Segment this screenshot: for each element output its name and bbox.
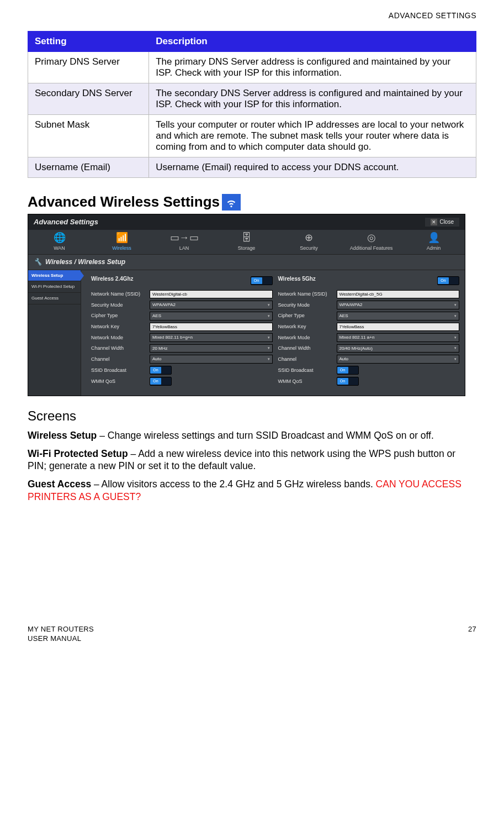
text-input[interactable]: WesternDigital-cb	[150, 290, 273, 299]
tab-label: WAN	[54, 245, 65, 251]
section-heading-text: Advanced Wireless Settings	[28, 193, 220, 211]
p1-rest: – Change wireless settings and turn SSID…	[97, 430, 434, 441]
toggle-label: On	[251, 277, 262, 284]
screens-p2: Wi-Fi Protected Setup – Add a new wirele…	[28, 448, 476, 473]
close-label: Close	[439, 219, 454, 225]
col-5ghz: Wireless 5Ghz On Network Name (SSID)West…	[278, 274, 460, 388]
mock-titlebar: Advanced Settings ✕ Close	[28, 214, 465, 230]
field-label: Network Key	[91, 324, 146, 330]
router-ui-screenshot: Advanced Settings ✕ Close 🌐WAN 📶Wireless…	[28, 214, 465, 396]
select-input[interactable]: WPA/WPA2	[150, 301, 273, 309]
field-label: Channel	[278, 356, 333, 362]
toggle[interactable]: On	[150, 377, 172, 386]
select-input[interactable]: 20 MHz	[150, 344, 273, 353]
toggle-label: On	[150, 367, 161, 374]
tab-label: Storage	[238, 245, 256, 251]
p3-rest: – Allow visitors access to the 2.4 GHz a…	[91, 478, 376, 490]
tab-storage[interactable]: 🗄Storage	[215, 230, 278, 254]
mock-main: Wireless 2.4Ghz On Network Name (SSID)We…	[81, 270, 465, 396]
select-input[interactable]: Auto	[337, 355, 460, 364]
field-label: Channel Width	[91, 345, 146, 351]
toggle-label: On	[337, 378, 348, 385]
form-row: Channel Width20/40 MHz(Auto)	[278, 344, 460, 353]
tab-wan[interactable]: 🌐WAN	[28, 230, 91, 254]
select-input[interactable]: 20/40 MHz(Auto)	[337, 344, 460, 353]
field-label: Network Name (SSID)	[278, 291, 333, 297]
select-input[interactable]: Auto	[150, 355, 273, 364]
tab-wireless[interactable]: 📶Wireless	[91, 230, 153, 254]
form-row: SSID BroadcastOn	[278, 366, 460, 375]
field-label: Cipher Type	[91, 313, 146, 319]
form-row: Network Key7YellowBass	[278, 323, 460, 332]
settings-table: Setting Description Primary DNS Server T…	[28, 31, 476, 178]
close-button[interactable]: ✕ Close	[425, 218, 459, 227]
toggle[interactable]: On	[150, 366, 172, 375]
select-input[interactable]: AES	[150, 312, 273, 320]
field-label: Network Name (SSID)	[91, 291, 146, 297]
field-label: Channel	[91, 356, 146, 362]
form-row: WMM QoSOn	[91, 377, 273, 386]
text-input[interactable]: WesternDigital-cb_5G	[337, 290, 460, 299]
text-input[interactable]: 7YellowBass	[150, 323, 273, 332]
form-row: ChannelAuto	[278, 355, 460, 364]
tab-additional[interactable]: ◎Additional Features	[340, 230, 402, 254]
admin-icon: 👤	[402, 232, 465, 244]
cell-setting: Primary DNS Server	[28, 52, 149, 83]
sidebar-item-wps[interactable]: Wi-Fi Protected Setup	[28, 281, 81, 293]
table-row: Primary DNS Server The primary DNS Serve…	[28, 52, 476, 83]
form-row: WMM QoSOn	[278, 377, 460, 386]
breadcrumb: 🔧 Wireless / Wireless Setup	[28, 255, 465, 270]
form-row: Security ModeWPA/WPA2	[91, 301, 273, 309]
tab-admin[interactable]: 👤Admin	[402, 230, 465, 254]
field-label: SSID Broadcast	[91, 367, 146, 374]
form-row: Network Key7YellowBass	[91, 323, 273, 332]
toggle-24ghz[interactable]: On	[251, 276, 273, 285]
field-label: Network Key	[278, 324, 333, 330]
th-description: Description	[149, 31, 476, 52]
sidebar-item-wireless-setup[interactable]: Wireless Setup	[28, 270, 81, 282]
select-input[interactable]: Mixed 802.11 b+g+n	[150, 333, 273, 342]
toggle[interactable]: On	[337, 377, 359, 386]
field-label: Network Mode	[91, 335, 146, 341]
screens-p3: Guest Access – Allow visitors access to …	[28, 478, 476, 503]
shield-icon: ⊕	[278, 232, 340, 244]
toggle-5ghz[interactable]: On	[437, 276, 459, 285]
footer-line2: USER MANUAL	[28, 634, 94, 644]
p2-bold: Wi-Fi Protected Setup	[28, 448, 128, 459]
form-row: ChannelAuto	[91, 355, 273, 364]
tab-security[interactable]: ⊕Security	[278, 230, 340, 254]
field-label: Network Mode	[278, 335, 333, 341]
form-row: Network Name (SSID)WesternDigital-cb	[91, 290, 273, 299]
cell-setting: Username (Email)	[28, 157, 149, 178]
mock-title: Advanced Settings	[34, 218, 98, 227]
field-label: Channel Width	[278, 345, 333, 351]
select-input[interactable]: AES	[337, 312, 460, 320]
form-row: Channel Width20 MHz	[91, 344, 273, 353]
form-row: SSID BroadcastOn	[91, 366, 273, 375]
select-input[interactable]: Mixed 802.11 a+n	[337, 333, 460, 342]
mock-tabs: 🌐WAN 📶Wireless ▭→▭LAN 🗄Storage ⊕Security…	[28, 230, 465, 255]
tab-label: Security	[300, 245, 318, 251]
toggle-label: On	[150, 378, 161, 385]
col-title-5: Wireless 5Ghz	[278, 274, 316, 285]
text-input[interactable]: 7YellowBass	[337, 323, 460, 332]
field-label: WMM QoS	[91, 378, 146, 385]
toggle-label: On	[337, 367, 348, 374]
select-input[interactable]: WPA/WPA2	[337, 301, 460, 309]
page-section-header: ADVANCED SETTINGS	[28, 11, 476, 20]
table-row: Subnet Mask Tells your computer or route…	[28, 115, 476, 157]
cell-setting: Subnet Mask	[28, 115, 149, 157]
globe-icon: 🌐	[28, 232, 91, 244]
toggle[interactable]: On	[337, 366, 359, 375]
close-icon: ✕	[431, 219, 437, 225]
sidebar-item-guest[interactable]: Guest Access	[28, 293, 81, 304]
toggle-label: On	[438, 277, 449, 284]
form-row: Cipher TypeAES	[91, 312, 273, 320]
field-label: Security Mode	[91, 302, 146, 308]
field-label: Cipher Type	[278, 313, 333, 319]
tab-label: Additional Features	[350, 245, 393, 251]
screens-heading: Screens	[28, 408, 476, 424]
wrench-icon: 🔧	[34, 258, 42, 266]
section-heading: Advanced Wireless Settings	[28, 193, 476, 211]
tab-lan[interactable]: ▭→▭LAN	[153, 230, 215, 254]
